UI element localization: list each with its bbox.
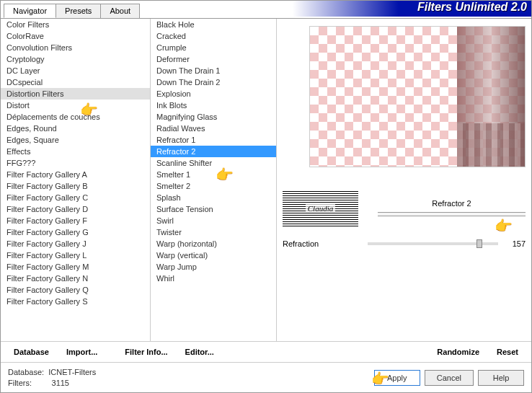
- preview-panel: Claudia Refractor 2 Refraction 157: [277, 19, 531, 341]
- category-item[interactable]: Distort: [1, 100, 150, 111]
- category-item[interactable]: DC Layer: [1, 65, 150, 76]
- category-item[interactable]: Filter Factory Gallery S: [1, 296, 150, 307]
- filter-item[interactable]: Refractor 1: [151, 134, 276, 146]
- category-item[interactable]: Filter Factory Gallery C: [1, 192, 150, 203]
- filter-item[interactable]: Scanline Shifter: [151, 157, 276, 169]
- import-button[interactable]: Import...: [59, 345, 105, 359]
- database-value: ICNET-Filters: [48, 368, 96, 376]
- tab-presets[interactable]: Presets: [56, 4, 101, 18]
- category-item[interactable]: Convolution Filters: [1, 42, 150, 53]
- category-item[interactable]: Effects: [1, 146, 150, 157]
- category-item[interactable]: Filter Factory Gallery J: [1, 238, 150, 250]
- filter-item[interactable]: Black Hole: [151, 19, 276, 30]
- filter-item[interactable]: Down The Drain 2: [151, 76, 276, 88]
- randomize-button[interactable]: Randomize: [430, 345, 487, 359]
- toolbar: Database Import... Filter Info... Editor…: [1, 341, 531, 363]
- preview-effect-2: [457, 123, 525, 167]
- filter-item[interactable]: Crumple: [151, 42, 276, 53]
- preview-image: [309, 26, 526, 167]
- apply-button[interactable]: Apply: [374, 370, 420, 386]
- author-logo: Claudia: [283, 190, 358, 226]
- category-item[interactable]: Filter Factory Gallery A: [1, 169, 150, 180]
- action-buttons: Apply Cancel Help: [374, 370, 524, 386]
- reset-button[interactable]: Reset: [489, 345, 526, 359]
- param-value: 157: [504, 239, 526, 248]
- filter-info-button[interactable]: Filter Info...: [118, 345, 174, 359]
- filter-item[interactable]: Warp (horizontal): [151, 238, 276, 250]
- title-divider: [378, 212, 526, 216]
- category-item[interactable]: Filter Factory Gallery D: [1, 203, 150, 215]
- filter-item[interactable]: Cracked: [151, 30, 276, 42]
- category-item[interactable]: Déplacements de couches: [1, 111, 150, 123]
- filters-count-value: 3115: [52, 379, 69, 387]
- category-item[interactable]: DCspecial: [1, 76, 150, 88]
- category-item[interactable]: Cryptology: [1, 53, 150, 65]
- status-bar: Database: ICNET-Filters Filters: 3115 Ap…: [1, 363, 531, 393]
- category-item[interactable]: Filter Factory Gallery G: [1, 226, 150, 238]
- filter-item[interactable]: Warp Jump: [151, 261, 276, 273]
- status-info: Database: ICNET-Filters Filters: 3115: [8, 367, 96, 389]
- tab-about[interactable]: About: [100, 4, 140, 18]
- filter-item[interactable]: Swirl: [151, 215, 276, 226]
- category-list[interactable]: Color FiltersColorRaveConvolution Filter…: [1, 19, 151, 341]
- app-title: Filters Unlimited 2.0: [417, 1, 527, 14]
- help-button[interactable]: Help: [478, 370, 524, 386]
- category-item[interactable]: Filter Factory Gallery M: [1, 261, 150, 273]
- filter-item[interactable]: Magnifying Glass: [151, 111, 276, 123]
- tabs: NavigatorPresetsAbout: [4, 4, 139, 18]
- filter-item[interactable]: Whirl: [151, 273, 276, 284]
- category-item[interactable]: FFG???: [1, 157, 150, 169]
- category-item[interactable]: Filter Factory Gallery N: [1, 273, 150, 284]
- filter-item[interactable]: Smelter 1: [151, 169, 276, 180]
- filter-title-area: Refractor 2: [378, 199, 526, 216]
- category-item[interactable]: Filter Factory Gallery F: [1, 215, 150, 226]
- filter-list[interactable]: Black HoleCrackedCrumpleDeformerDown The…: [151, 19, 277, 341]
- filter-item[interactable]: Smelter 2: [151, 180, 276, 192]
- category-item[interactable]: Distortion Filters: [1, 88, 150, 100]
- refraction-slider[interactable]: [368, 242, 498, 245]
- param-row-refraction: Refraction 157: [283, 239, 526, 248]
- filter-item[interactable]: Deformer: [151, 53, 276, 65]
- filter-item[interactable]: Explosion: [151, 88, 276, 100]
- database-label: Database:: [8, 368, 44, 376]
- category-item[interactable]: ColorRave: [1, 30, 150, 42]
- param-label: Refraction: [283, 239, 362, 248]
- selected-filter-name: Refractor 2: [378, 199, 526, 208]
- filter-item[interactable]: Radial Waves: [151, 123, 276, 134]
- filter-item[interactable]: Twister: [151, 226, 276, 238]
- author-logo-text: Claudia: [306, 204, 335, 213]
- main-area: Color FiltersColorRaveConvolution Filter…: [1, 18, 531, 341]
- filter-item[interactable]: Ink Blots: [151, 100, 276, 111]
- filters-count-label: Filters:: [8, 379, 32, 387]
- slider-thumb[interactable]: [476, 239, 482, 248]
- editor-button[interactable]: Editor...: [178, 345, 221, 359]
- category-item[interactable]: Filter Factory Gallery Q: [1, 284, 150, 296]
- app-header: NavigatorPresetsAbout Filters Unlimited …: [1, 1, 531, 17]
- category-item[interactable]: Edges, Round: [1, 123, 150, 134]
- category-item[interactable]: Color Filters: [1, 19, 150, 30]
- category-item[interactable]: Filter Factory Gallery B: [1, 180, 150, 192]
- filter-item[interactable]: Down The Drain 1: [151, 65, 276, 76]
- filter-item[interactable]: Warp (vertical): [151, 250, 276, 261]
- cancel-button[interactable]: Cancel: [425, 370, 474, 386]
- filter-item[interactable]: Splash: [151, 192, 276, 203]
- category-item[interactable]: Edges, Square: [1, 134, 150, 146]
- database-button[interactable]: Database: [6, 345, 56, 359]
- category-item[interactable]: Filter Factory Gallery L: [1, 250, 150, 261]
- filter-item[interactable]: Surface Tension: [151, 203, 276, 215]
- tab-navigator[interactable]: Navigator: [4, 4, 56, 18]
- filter-item[interactable]: Refractor 2: [151, 146, 276, 157]
